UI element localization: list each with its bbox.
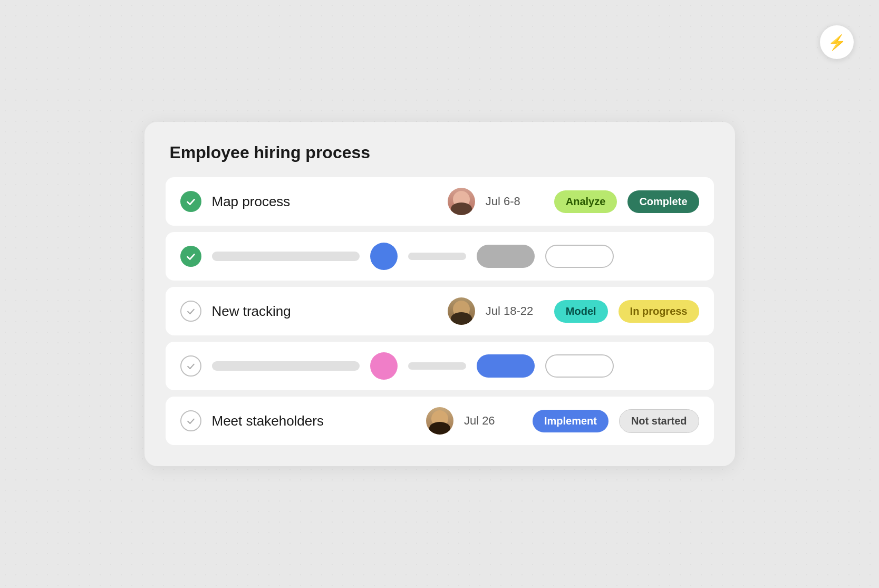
date-placeholder: [408, 253, 466, 260]
date-placeholder: [408, 362, 466, 370]
avatar: [448, 297, 475, 325]
task-row[interactable]: New tracking Jul 18-22 Model In progress: [166, 287, 714, 335]
avatar: [448, 188, 475, 215]
check-outline-icon: [180, 301, 201, 322]
tag-model[interactable]: Model: [554, 300, 608, 323]
task-name: New tracking: [212, 303, 437, 320]
tag-placeholder-blue: [477, 354, 535, 378]
task-date: Jul 26: [464, 414, 522, 428]
avatar: [426, 407, 453, 435]
check-outline-icon: [180, 410, 201, 431]
task-name-placeholder: [212, 361, 360, 371]
check-filled-icon: [180, 246, 201, 267]
task-name: Map process: [212, 194, 437, 210]
task-date: Jul 18-22: [486, 304, 544, 318]
task-name-placeholder: [212, 252, 360, 261]
check-outline-icon: [180, 355, 201, 377]
task-list: Map process Jul 6-8 Analyze Complete: [166, 177, 714, 445]
tag-not-started[interactable]: Not started: [619, 409, 699, 433]
task-row[interactable]: [166, 232, 714, 281]
avatar-placeholder-pink: [370, 352, 398, 380]
main-card: Employee hiring process Map process Jul …: [144, 122, 735, 466]
tag-implement[interactable]: Implement: [533, 410, 608, 432]
tag-placeholder-2: [545, 245, 614, 268]
task-date: Jul 6-8: [486, 195, 544, 208]
avatar-placeholder: [370, 243, 398, 270]
tag-complete[interactable]: Complete: [627, 190, 699, 213]
lightning-button[interactable]: ⚡: [820, 25, 854, 59]
task-name: Meet stakeholders: [212, 413, 416, 429]
task-row[interactable]: Meet stakeholders Jul 26 Implement Not s…: [166, 397, 714, 445]
check-filled-icon: [180, 191, 201, 212]
task-row[interactable]: [166, 342, 714, 390]
page-title: Employee hiring process: [166, 143, 714, 162]
tag-placeholder-1: [477, 245, 535, 268]
tag-in-progress[interactable]: In progress: [619, 300, 699, 323]
tag-placeholder-2: [545, 354, 614, 378]
task-row[interactable]: Map process Jul 6-8 Analyze Complete: [166, 177, 714, 226]
tag-analyze[interactable]: Analyze: [554, 190, 617, 213]
lightning-icon: ⚡: [828, 34, 846, 51]
